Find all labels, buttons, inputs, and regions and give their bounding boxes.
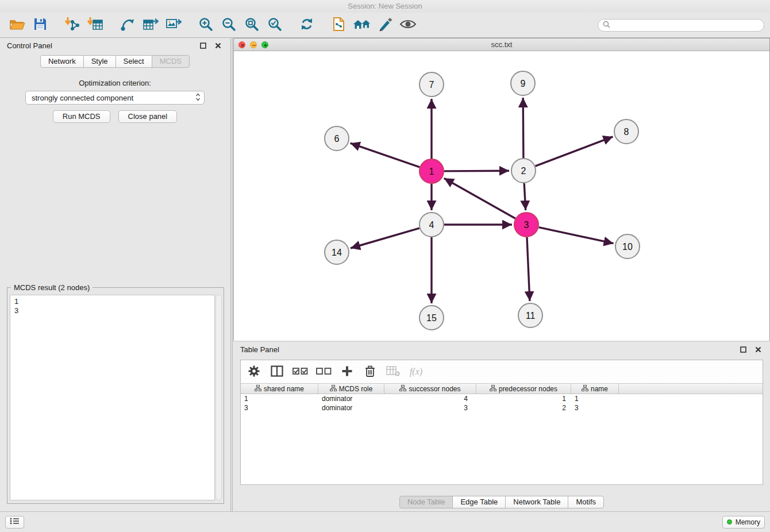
memory-button[interactable]: Memory xyxy=(722,516,765,529)
float-panel-icon[interactable] xyxy=(198,40,208,51)
share-network-button[interactable] xyxy=(116,14,139,36)
column-type-icon xyxy=(399,385,406,393)
tab-mcds[interactable]: MCDS xyxy=(152,55,190,68)
tab-edge-table[interactable]: Edge Table xyxy=(452,496,506,508)
graph-edge-1-6[interactable] xyxy=(351,143,420,167)
save-session-button[interactable] xyxy=(29,14,52,36)
save-floppy-icon xyxy=(33,17,47,33)
show-column-button[interactable] xyxy=(270,364,284,380)
criterion-dropdown[interactable]: strongly connected component xyxy=(25,91,205,105)
export-table-button[interactable] xyxy=(139,14,162,36)
table-cell: 1 xyxy=(241,394,318,403)
select-all-button[interactable] xyxy=(292,364,308,380)
tab-select[interactable]: Select xyxy=(116,55,152,68)
column-header-shared-name[interactable]: shared name xyxy=(241,384,318,394)
table-cell: 4 xyxy=(384,394,476,403)
create-column-button[interactable] xyxy=(340,364,355,380)
graph-edge-2-9[interactable] xyxy=(523,98,523,158)
graph-node-label: 15 xyxy=(426,313,437,323)
table-cell: 3 xyxy=(241,403,318,413)
search-input[interactable] xyxy=(613,21,759,29)
table-row[interactable]: 3dominator323 xyxy=(241,403,763,413)
tab-network[interactable]: Network xyxy=(40,55,84,68)
mcds-result-groupbox: MCDS result (2 nodes) 13 xyxy=(7,287,224,504)
graph-edge-2-3[interactable] xyxy=(524,183,526,210)
table-cell: 2 xyxy=(476,403,571,413)
apply-layout-button[interactable] xyxy=(295,14,318,36)
graph-node-label: 10 xyxy=(622,242,633,252)
table-body: 1dominator4113dominator323 xyxy=(241,394,763,413)
graph-node-7[interactable]: 7 xyxy=(419,72,444,97)
delete-column-button[interactable] xyxy=(363,364,378,380)
export-image-button[interactable] xyxy=(162,14,185,36)
tab-style[interactable]: Style xyxy=(83,55,116,68)
graph-node-label: 8 xyxy=(624,127,629,137)
float-table-panel-icon[interactable] xyxy=(738,344,748,354)
deselect-all-button[interactable] xyxy=(316,364,332,380)
graph-edge-4-14[interactable] xyxy=(351,228,419,248)
zoom-fit-button[interactable] xyxy=(240,14,263,36)
graph-node-14[interactable]: 14 xyxy=(325,240,349,264)
open-file-button[interactable] xyxy=(6,14,29,36)
graph-node-9[interactable]: 9 xyxy=(511,71,535,95)
table-settings-button[interactable] xyxy=(247,364,261,380)
graph-edge-3-10[interactable] xyxy=(539,228,614,244)
annotation-button[interactable] xyxy=(374,14,396,36)
graph-node-11[interactable]: 11 xyxy=(518,303,542,327)
graph-node-2[interactable]: 2 xyxy=(511,159,536,183)
import-table-button[interactable] xyxy=(84,14,107,36)
first-neighbors-button[interactable] xyxy=(351,14,374,36)
close-panel-icon[interactable] xyxy=(213,40,223,51)
column-header-name[interactable]: name xyxy=(571,384,619,394)
search-icon xyxy=(603,21,610,30)
show-panels-button[interactable] xyxy=(5,516,24,529)
close-table-panel-icon[interactable] xyxy=(753,344,763,354)
graph-node-8[interactable]: 8 xyxy=(614,119,638,144)
mcds-result-title: MCDS result (2 nodes) xyxy=(11,283,93,292)
vertical-splitter[interactable] xyxy=(230,38,233,511)
minimize-window-button[interactable] xyxy=(250,41,257,48)
zoom-in-button[interactable] xyxy=(194,14,217,36)
tab-motifs[interactable]: Motifs xyxy=(568,496,604,508)
function-builder-button[interactable]: f(x) xyxy=(409,364,424,380)
search-box[interactable] xyxy=(598,19,764,32)
result-scrollbar[interactable] xyxy=(215,295,222,500)
import-network-button[interactable] xyxy=(61,14,84,36)
plus-icon xyxy=(341,365,353,379)
zoom-out-button[interactable] xyxy=(217,14,240,36)
close-window-button[interactable] xyxy=(238,41,245,48)
tab-network-table[interactable]: Network Table xyxy=(505,496,568,508)
graph-node-1[interactable]: 1 xyxy=(419,159,444,183)
graphics-details-button[interactable] xyxy=(396,14,419,36)
graph-node-3[interactable]: 3 xyxy=(514,213,538,237)
column-type-icon xyxy=(255,385,261,393)
graph-node-10[interactable]: 10 xyxy=(615,234,640,259)
zoom-selected-button[interactable] xyxy=(263,14,286,36)
zoom-window-button[interactable] xyxy=(261,41,268,48)
mcds-result-list[interactable]: 13 xyxy=(10,295,215,500)
graph-node-label: 11 xyxy=(526,311,536,321)
tab-node-table[interactable]: Node Table xyxy=(399,496,453,508)
table-row[interactable]: 1dominator411 xyxy=(241,394,763,403)
export-network-button[interactable] xyxy=(328,14,351,36)
column-header-successor-nodes[interactable]: successor nodes xyxy=(384,384,476,394)
graph-node-4[interactable]: 4 xyxy=(419,213,444,237)
zoom-fit-icon xyxy=(244,17,259,33)
column-header-predecessor-nodes[interactable]: predecessor nodes xyxy=(476,384,571,394)
table-cell: 3 xyxy=(571,403,619,413)
graph-edge-2-8[interactable] xyxy=(536,137,613,166)
network-window-titlebar[interactable]: scc.txt xyxy=(234,38,769,51)
graph-edge-3-11[interactable] xyxy=(527,237,530,301)
graph-edge-1-2[interactable] xyxy=(444,171,509,171)
graph-node-6[interactable]: 6 xyxy=(325,126,349,151)
graph-edge-3-1[interactable] xyxy=(444,178,515,218)
run-mcds-button[interactable]: Run MCDS xyxy=(53,110,110,123)
graph-node-15[interactable]: 15 xyxy=(419,306,444,330)
close-panel-button[interactable]: Close panel xyxy=(118,110,178,123)
network-canvas[interactable]: 7968124314101511 xyxy=(234,51,769,341)
import-network-icon xyxy=(64,17,80,33)
window-titlebar[interactable]: Session: New Session xyxy=(0,0,770,13)
column-header-mcds-role[interactable]: MCDS role xyxy=(318,384,384,394)
import-table-icon xyxy=(87,17,103,33)
delete-table-button[interactable] xyxy=(386,364,401,380)
